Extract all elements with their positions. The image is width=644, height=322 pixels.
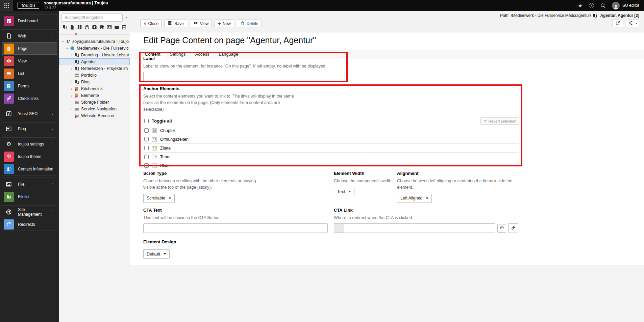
tree-node-label[interactable]: soyagunsarufutsumura | Toujou [72,39,129,44]
anchor-item-checkbox[interactable] [144,146,149,150]
sidebar-item-toujou-theme[interactable]: toujou theme [2,150,57,163]
tree-node-label[interactable]: Storage Folder [81,100,109,105]
clipboard-icon[interactable] [122,25,127,30]
collapse-tree-icon[interactable]: ‹ [124,15,128,21]
element-design-select[interactable]: Default [143,249,170,259]
label-input[interactable] [143,72,345,81]
chevron-expanded-icon[interactable]: › [61,39,65,44]
open-in-new-window-button[interactable] [613,20,623,27]
tree-node-blog[interactable]: › Blog [59,79,130,85]
site-version: 12.4.22 [44,6,108,10]
box-icon[interactable] [84,25,90,30]
shop-icon[interactable] [99,25,104,30]
chevron-collapsed-icon[interactable]: › [70,80,74,84]
anchor-item-checkbox[interactable] [144,155,149,159]
field-label: Element Width [334,171,401,176]
anchor-item-checkbox[interactable] [144,137,149,141]
tree-node-portfolio[interactable]: › Portfolio [59,72,130,79]
tree-node-website-benutzer[interactable]: Website-Benutzer [59,112,130,119]
chevron-collapsed-icon[interactable]: › [70,53,74,57]
link-wizard-button[interactable] [508,223,518,233]
sidebar-item-forms[interactable]: Forms [2,80,57,92]
tree-node-label[interactable]: Branding - Unsere Leistungen [81,53,129,57]
chevron-collapsed-icon[interactable]: › [70,107,74,111]
tree-node-label[interactable]: Referenzen - Projekte im Überblick [81,66,129,71]
chevron-collapsed-icon[interactable]: › [70,101,74,104]
tree-node-referenzen[interactable]: › Referenzen - Projekte im Überblick [59,65,130,72]
chevron-collapsed-icon[interactable]: › [70,87,74,91]
tree-node-label[interactable]: Website-Benutzer [81,113,115,118]
sidebar-item-toujou-settings[interactable]: ⚙ toujou settings ⌃ [2,138,57,150]
star-badge-icon[interactable] [92,25,97,30]
tree-node-medienwerk[interactable]: › Medienwerk - Die Fullservice Mediaagen… [59,45,130,52]
view-button[interactable]: View [190,20,212,27]
sidebar-item-page[interactable]: Page [2,42,57,55]
scroll-type-select[interactable]: Scrollable [143,194,175,203]
search-icon[interactable] [600,3,605,8]
app-grid-icon[interactable] [0,0,13,11]
sidebar-item-redirects[interactable]: Redirects [2,218,57,231]
toggle-all-checkbox[interactable] [144,119,149,123]
help-icon[interactable]: ? [589,3,594,8]
shortcut-grid-icon[interactable] [77,25,82,30]
page-content-icon[interactable] [62,25,67,30]
close-button[interactable]: × Close [140,20,162,27]
tree-node-label[interactable]: Portfolio [81,73,97,78]
sidebar-item-check-links[interactable]: Check links [2,92,57,105]
chevron-collapsed-icon[interactable]: › [70,94,74,98]
tree-node-kitchensink[interactable]: › Kitchensink [59,85,130,92]
tree-node-elemente[interactable]: › Elemente [59,92,130,99]
page-icon[interactable] [70,25,75,30]
anchor-item-checkbox[interactable] [144,128,149,133]
tree-node-service-navigation[interactable]: › Service-Navigation [59,106,130,112]
close-icon: × [144,21,146,26]
sidebar-item-filelist[interactable]: Filelist [2,190,57,203]
chevron-expanded-icon[interactable]: › [66,46,69,51]
tree-node-label[interactable]: Agentur [81,59,96,64]
tree-search-input[interactable] [61,14,123,22]
element-width-select[interactable]: Text [334,187,354,196]
chevron-collapsed-icon[interactable]: › [70,74,74,77]
toujou-logo[interactable]: toujou [18,2,39,9]
new-button[interactable]: + New [215,20,234,27]
sidebar-item-web[interactable]: Web ⌃ [2,30,57,42]
username[interactable]: SU editor [622,3,639,8]
anchor-item-checkbox[interactable] [144,163,149,168]
sidebar-item-site-management[interactable]: Site Management ⌃ [2,206,57,218]
chevron-down-icon [348,191,351,192]
cta-link-input[interactable] [344,223,495,233]
tree-node-label[interactable]: Kitchensink [81,86,103,91]
tree-node-storage-folder[interactable]: › Storage Folder [59,99,130,106]
star-icon[interactable]: ★ [578,3,583,8]
tree-node-branding[interactable]: › Branding - Unsere Leistungen [59,52,130,58]
card-icon[interactable] [107,25,112,30]
tree-node-root[interactable]: › soyagunsarufutsumura | Toujou [59,38,130,45]
tree-node-label[interactable]: Blog [81,80,90,84]
user-avatar[interactable] [612,2,620,9]
sidebar-item-file[interactable]: File ⌃ [2,178,57,190]
revert-selection-button[interactable]: ↺ Revert selection [480,117,519,125]
sidebar-item-dashboard[interactable]: Dashboard [2,15,57,27]
share-button[interactable]: ▾ [626,20,639,27]
chevron-collapsed-icon[interactable]: › [70,67,74,71]
sidebar-item-list[interactable]: List [2,67,57,80]
new-label: New [223,21,231,26]
sidebar-item-contact-information[interactable]: Contact Information [2,163,57,175]
folder-icon[interactable] [114,25,119,30]
contact-icon [4,164,14,174]
sidebar-item-yoast-seo[interactable]: Yoast SEO ⌄ [2,107,57,120]
alignment-select[interactable]: Left Aligned [397,194,432,203]
delete-button[interactable]: Delete [237,20,262,27]
record-browser-button[interactable] [497,224,506,233]
tree-node-label[interactable]: Medienwerk - Die Fullservice Mediaagentu… [77,46,129,51]
resize-handle-icon[interactable] [75,32,78,36]
cta-text-input[interactable] [143,223,328,233]
sidebar-item-view[interactable]: View [2,55,57,67]
tree-resize-divider[interactable] [59,32,130,35]
save-button[interactable]: Save [165,20,187,27]
tree-node-label[interactable]: Elemente [81,93,99,98]
tree-node-agentur[interactable]: Agentur [59,58,130,65]
sidebar-item-blog[interactable]: Blog ⌄ [2,123,57,135]
tree-node-label[interactable]: Service-Navigation [81,107,117,111]
anchor-elements-list: Toggle all ↺ Revert selection Chapter Öf… [143,116,519,170]
